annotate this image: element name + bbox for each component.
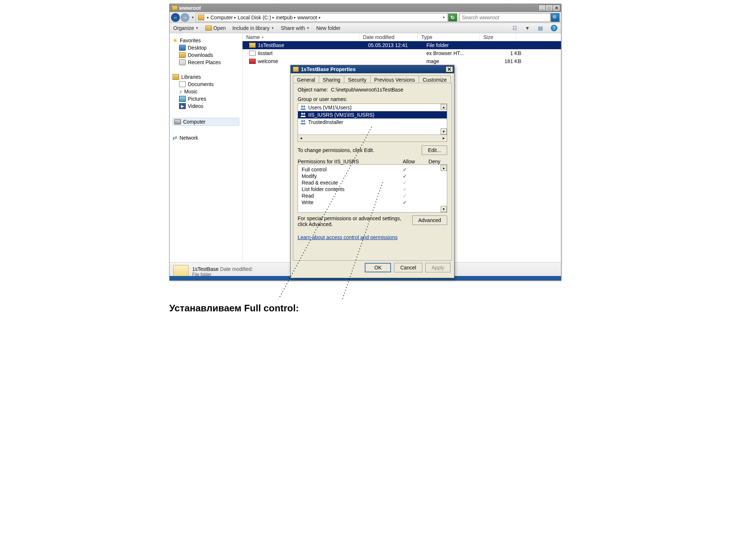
svg-point-1 — [303, 106, 305, 108]
tab-customize[interactable]: Customize — [419, 75, 451, 83]
organize-menu[interactable]: Organize ▼ — [173, 25, 199, 31]
permission-row[interactable]: Full control ✓ — [298, 166, 447, 173]
nav-recent-places[interactable]: Recent Places — [179, 59, 239, 65]
include-in-library-menu[interactable]: Include in library ▼ — [232, 25, 274, 31]
dialog-close-button[interactable]: ✕ — [446, 66, 453, 72]
nav-downloads[interactable]: Downloads — [179, 52, 239, 58]
nav-music[interactable]: ♪Music — [179, 89, 239, 94]
scroll-down-button[interactable]: ▼ — [441, 128, 447, 135]
column-size[interactable]: Size — [480, 33, 516, 41]
group-listbox[interactable]: ▲ ▼ Users (VM1\Users)IIS_IUSRS (VM1\IIS_… — [298, 104, 447, 135]
group-name: TrustedInstaller — [308, 119, 343, 125]
search-input[interactable] — [461, 14, 549, 21]
view-icon[interactable]: ☷ — [511, 24, 519, 32]
minimize-button[interactable]: _ — [538, 5, 546, 11]
help-icon[interactable]: ? — [551, 25, 557, 31]
titlebar[interactable]: wwwroot _ □ ✕ — [170, 4, 561, 12]
breadcrumb-crumb[interactable]: Local Disk (C:) — [237, 15, 271, 20]
search-button[interactable]: 🔍 — [551, 13, 560, 22]
maximize-button[interactable]: □ — [546, 5, 553, 11]
breadcrumb-crumb[interactable]: wwwroot — [297, 15, 317, 20]
file-row[interactable]: welcome mage 181 KB — [243, 57, 561, 65]
share-with-menu[interactable]: Share with ▼ — [281, 25, 310, 31]
file-row[interactable]: 1sTestBase 05.05.2013 12:41 File folder — [243, 41, 561, 49]
nav-documents[interactable]: Documents — [179, 81, 239, 87]
permission-row[interactable]: List folder contents ✓ — [298, 186, 447, 192]
column-date[interactable]: Date modified — [359, 33, 418, 41]
svg-point-3 — [303, 113, 305, 115]
folder-open-icon — [205, 26, 212, 31]
svg-point-0 — [301, 106, 303, 108]
dialog-titlebar[interactable]: 1sTestBase Properties ✕ — [291, 65, 454, 73]
permission-row[interactable]: Modify ✓ — [298, 173, 447, 179]
deny-header: Deny — [422, 159, 447, 164]
column-type[interactable]: Type — [418, 33, 480, 41]
scroll-down-button[interactable]: ▼ — [441, 206, 447, 212]
file-type: ex Browser HT... — [426, 50, 488, 56]
refresh-button[interactable]: ↻ — [448, 13, 457, 22]
new-folder-button[interactable]: New folder — [316, 25, 341, 31]
ok-button[interactable]: OK — [365, 263, 391, 272]
folder-icon — [249, 43, 256, 48]
allow-check: ✓ — [392, 193, 418, 199]
documents-icon — [179, 81, 186, 87]
open-button[interactable]: Open — [205, 25, 226, 31]
file-size: 1 KB — [488, 50, 521, 56]
permissions-for-label: Permissions for IIS_IUSRS — [298, 159, 396, 164]
cancel-button[interactable]: Cancel — [394, 263, 422, 272]
tab-security[interactable]: Security — [344, 75, 371, 83]
nav-pictures[interactable]: Pictures — [179, 96, 239, 102]
help-link[interactable]: Learn about access control and permissio… — [298, 234, 398, 240]
breadcrumb-crumb[interactable]: Computer — [210, 15, 233, 20]
permission-row[interactable]: Write ✓ — [298, 199, 447, 206]
file-name: welcome — [258, 58, 368, 64]
file-date: 05.05.2013 12:41 — [368, 42, 426, 48]
horizontal-scrollbar[interactable]: ◄ ► — [298, 135, 447, 142]
file-row[interactable]: iisstart ex Browser HT... 1 KB — [243, 49, 561, 57]
allow-check: ✓ — [392, 186, 418, 192]
apply-button[interactable]: Apply — [425, 263, 450, 272]
view-dropdown[interactable]: ▼ — [525, 24, 530, 32]
advanced-button[interactable]: Advanced — [412, 215, 447, 225]
nav-desktop[interactable]: Desktop — [179, 45, 239, 51]
nav-libraries[interactable]: Libraries — [173, 74, 239, 80]
object-name-label: Object name: — [298, 87, 328, 93]
preview-pane-icon[interactable]: ▤ — [536, 24, 544, 32]
scroll-up-button[interactable]: ▲ — [441, 104, 447, 110]
permission-row[interactable]: Read ✓ — [298, 192, 447, 199]
group-item[interactable]: Users (VM1\Users) — [298, 104, 447, 111]
address-dropdown-icon[interactable]: ▾ — [443, 15, 445, 19]
permissions-listbox[interactable]: ▲ ▼ Full control ✓ Modify ✓ Read & execu… — [298, 164, 447, 213]
nav-computer[interactable]: Computer — [173, 118, 239, 126]
history-dropdown[interactable]: ▾ — [190, 13, 195, 22]
forward-button[interactable]: → — [181, 13, 189, 22]
permission-row[interactable]: Read & execute ✓ — [298, 179, 447, 186]
search-input-container[interactable] — [459, 13, 550, 22]
breadcrumb-crumb[interactable]: inetpub — [276, 15, 293, 20]
tab-general[interactable]: General — [293, 75, 319, 83]
permission-name: List folder contents — [302, 186, 392, 192]
scroll-left-button[interactable]: ◄ — [298, 135, 304, 141]
folder-icon — [293, 67, 299, 72]
column-name[interactable]: Name▲ — [243, 33, 359, 41]
star-icon: ★ — [173, 38, 178, 43]
nav-network[interactable]: ⇄Network — [173, 135, 239, 141]
file-type: File folder — [426, 42, 488, 48]
recent-places-icon — [179, 59, 186, 65]
permission-name: Write — [302, 199, 392, 205]
nav-favorites[interactable]: ★Favorites — [173, 38, 239, 43]
nav-videos[interactable]: ▶Videos — [179, 103, 239, 109]
edit-button[interactable]: Edit... — [422, 145, 447, 155]
breadcrumb[interactable]: ▸ Computer ▸ Local Disk (C:) ▸ inetpub ▸… — [196, 13, 448, 22]
scroll-right-button[interactable]: ► — [441, 135, 447, 141]
tab-sharing[interactable]: Sharing — [319, 75, 344, 83]
breadcrumb-sep: ▸ — [272, 15, 274, 19]
tab-previous-versions[interactable]: Previous Versions — [370, 75, 419, 83]
close-button[interactable]: ✕ — [553, 5, 560, 11]
scroll-up-button[interactable]: ▲ — [441, 165, 447, 171]
videos-icon: ▶ — [179, 103, 186, 109]
back-button[interactable]: ← — [171, 13, 180, 22]
group-item[interactable]: IIS_IUSRS (VM1\IIS_IUSRS) — [298, 111, 447, 118]
group-item[interactable]: TrustedInstaller — [298, 118, 447, 126]
permission-name: Read & execute — [302, 180, 392, 186]
